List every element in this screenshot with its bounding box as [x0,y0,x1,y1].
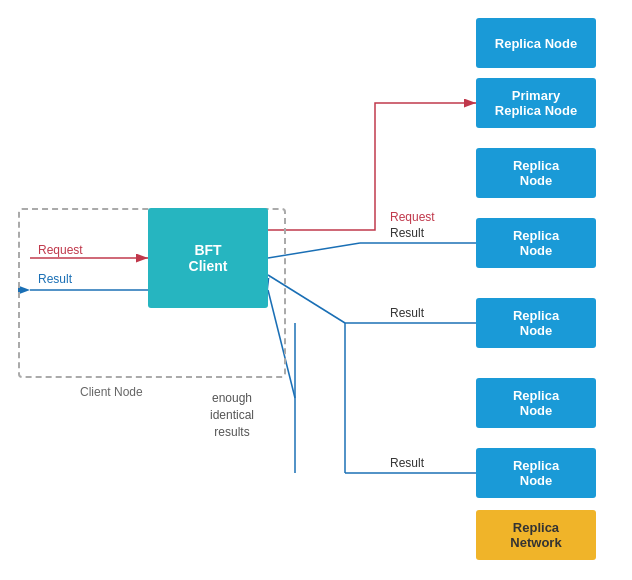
label-result-r7: Result [390,456,424,470]
label-request-to-primary: Request [390,210,435,224]
replica-node-5: ReplicaNode [476,298,596,348]
bft-client-box: BFTClient [148,208,268,308]
label-request-in: Request [38,243,83,257]
replica-node-3: ReplicaNode [476,148,596,198]
label-enough-identical: enoughidenticalresults [210,390,254,440]
replica-node-6: ReplicaNode [476,378,596,428]
diagram: Replica Node PrimaryReplica Node Replica… [0,0,632,580]
replica-node-1: Replica Node [476,18,596,68]
label-result-r5: Result [390,306,424,320]
replica-network: ReplicaNetwork [476,510,596,560]
client-node-label: Client Node [80,385,143,399]
primary-replica-node: PrimaryReplica Node [476,78,596,128]
replica-node-4: ReplicaNode [476,218,596,268]
replica-node-7: ReplicaNode [476,448,596,498]
label-result-r4: Result [390,226,424,240]
label-result-out: Result [38,272,72,286]
